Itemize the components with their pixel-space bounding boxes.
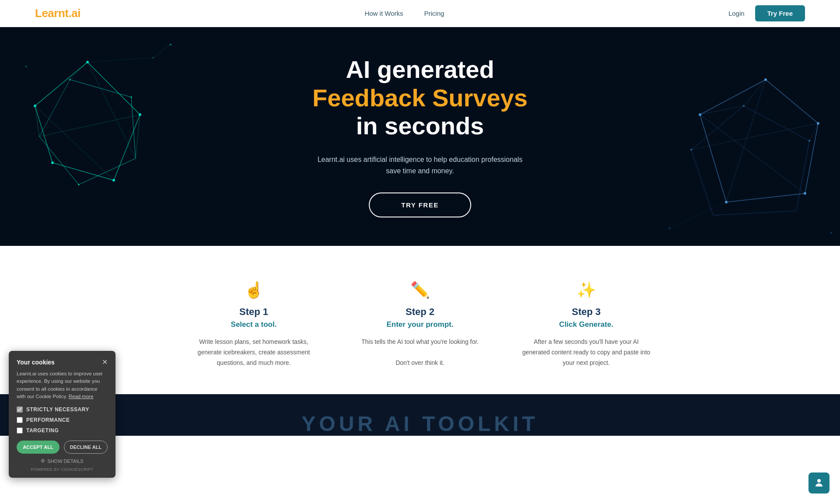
step-1-number: Step 1 xyxy=(188,306,319,318)
svg-line-25 xyxy=(700,115,805,193)
svg-point-29 xyxy=(764,78,767,81)
step-2-icon: ✏️ xyxy=(354,281,486,299)
toolkit-title: YOUR AI TOOLKIT xyxy=(301,412,538,436)
svg-line-37 xyxy=(700,106,744,115)
svg-point-30 xyxy=(817,122,819,125)
step-2-desc: This tells the AI tool what you're looki… xyxy=(354,337,486,368)
svg-point-11 xyxy=(69,79,71,80)
svg-point-18 xyxy=(170,44,172,46)
svg-line-4 xyxy=(39,115,140,136)
cookie-title: Your cookies xyxy=(17,359,55,366)
cookie-strictly-checkbox[interactable] xyxy=(17,406,23,413)
svg-line-21 xyxy=(153,45,171,58)
cookie-option-targeting: TARGETING xyxy=(17,427,108,434)
nav-pricing[interactable]: Pricing xyxy=(424,10,444,17)
svg-line-27 xyxy=(691,123,818,150)
cookie-close-button[interactable]: ✕ xyxy=(102,359,108,366)
svg-point-6 xyxy=(86,61,89,63)
cookie-targeting-label: TARGETING xyxy=(26,427,59,434)
hero-title-line3: in seconds xyxy=(356,112,484,140)
steps-section: ☝️ Step 1 Select a tool. Write lesson pl… xyxy=(0,246,840,394)
svg-point-19 xyxy=(153,57,154,59)
cookie-option-strictly: STRICTLY NECESSARY xyxy=(17,406,108,413)
nav-how-it-works[interactable]: How it Works xyxy=(364,10,403,17)
svg-line-16 xyxy=(39,136,79,185)
nav-links: How it Works Pricing xyxy=(364,10,444,17)
svg-line-22 xyxy=(88,58,153,62)
step-3-card: ✨ Step 3 Click Generate. After a few sec… xyxy=(503,281,669,368)
svg-point-39 xyxy=(668,228,670,229)
step-2-number: Step 2 xyxy=(354,306,486,318)
step-1-desc: Write lesson plans, set homework tasks, … xyxy=(188,337,319,368)
svg-point-32 xyxy=(725,201,728,203)
hero-title-line1: AI generated xyxy=(346,56,494,83)
cookie-targeting-checkbox[interactable] xyxy=(17,427,23,434)
svg-point-33 xyxy=(690,149,692,150)
step-1-icon: ☝️ xyxy=(188,281,319,299)
logo-accent: .ai xyxy=(68,7,80,20)
hero-cta-button[interactable]: TRY FREE xyxy=(369,192,471,217)
svg-point-34 xyxy=(743,105,745,107)
step-3-action: Click Generate. xyxy=(521,320,652,329)
cookie-banner: Your cookies ✕ Learnt.ai uses cookies to… xyxy=(9,351,116,436)
svg-line-5 xyxy=(35,106,114,180)
nav-login[interactable]: Login xyxy=(728,10,745,17)
svg-line-26 xyxy=(726,80,766,202)
step-1-card: ☝️ Step 1 Select a tool. Write lesson pl… xyxy=(171,281,337,368)
svg-point-40 xyxy=(830,232,832,234)
hero-bg-right xyxy=(656,27,840,246)
svg-point-35 xyxy=(808,140,810,142)
svg-point-9 xyxy=(51,161,54,164)
nav-try-free-button[interactable]: Try Free xyxy=(755,5,805,21)
svg-marker-0 xyxy=(35,62,140,180)
cookie-header: Your cookies ✕ xyxy=(17,359,108,366)
svg-line-38 xyxy=(809,123,818,141)
step-3-icon: ✨ xyxy=(521,281,652,299)
cookie-performance-label: PERFORMANCE xyxy=(26,417,70,423)
svg-point-20 xyxy=(25,66,27,67)
step-2-card: ✏️ Step 2 Enter your prompt. This tells … xyxy=(337,281,503,368)
cookie-body-text: Learnt.ai uses cookies to improve user e… xyxy=(17,370,108,400)
svg-line-36 xyxy=(744,80,766,106)
svg-marker-24 xyxy=(691,106,809,215)
logo[interactable]: Learnt.ai xyxy=(35,7,80,20)
svg-line-41 xyxy=(669,202,726,228)
nav-right: Login Try Free xyxy=(728,5,805,21)
svg-line-17 xyxy=(70,62,88,80)
step-2-action: Enter your prompt. xyxy=(354,320,486,329)
cookie-option-performance: PERFORMANCE xyxy=(17,417,108,423)
cookie-strictly-label: STRICTLY NECESSARY xyxy=(26,406,89,413)
hero-section: AI generated Feedback Surveys in seconds… xyxy=(0,27,840,246)
logo-text: Learnt xyxy=(35,7,68,20)
svg-line-14 xyxy=(70,80,131,97)
svg-point-10 xyxy=(34,105,36,107)
svg-line-3 xyxy=(88,62,136,158)
cookie-performance-checkbox[interactable] xyxy=(17,417,23,423)
navbar: Learnt.ai How it Works Pricing Login Try… xyxy=(0,0,840,27)
svg-marker-2 xyxy=(35,62,140,185)
step-3-desc: After a few seconds you'll have your AI … xyxy=(521,337,652,368)
hero-bg-left xyxy=(0,27,184,246)
svg-point-8 xyxy=(112,179,115,182)
svg-point-31 xyxy=(804,192,806,195)
svg-line-15 xyxy=(131,97,136,158)
svg-point-7 xyxy=(139,113,141,116)
svg-point-28 xyxy=(699,113,701,116)
svg-marker-23 xyxy=(700,80,818,202)
hero-subtitle: Learnt.ai uses artificial intelligence t… xyxy=(315,154,525,176)
cookie-read-more[interactable]: Read more xyxy=(69,394,94,399)
step-1-action: Select a tool. xyxy=(188,320,319,329)
hero-content: AI generated Feedback Surveys in seconds… xyxy=(312,56,528,217)
toolkit-section: YOUR AI TOOLKIT xyxy=(0,394,840,436)
hero-title-line2: Feedback Surveys xyxy=(312,84,528,112)
svg-marker-1 xyxy=(39,80,136,185)
svg-point-13 xyxy=(78,184,80,186)
svg-point-12 xyxy=(130,96,132,98)
step-3-number: Step 3 xyxy=(521,306,652,318)
